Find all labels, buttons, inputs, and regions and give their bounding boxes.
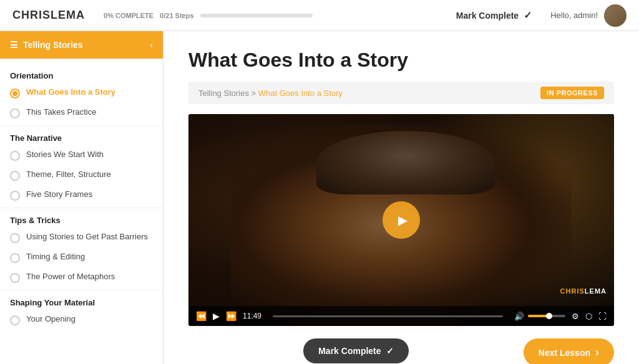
- checkmark-icon: ✓: [524, 9, 532, 21]
- lesson-item[interactable]: Timing & Editing: [0, 247, 163, 267]
- logo-lema: LEMA: [51, 9, 85, 21]
- volume-bar[interactable]: [528, 315, 565, 317]
- sidebar-header: ☰ Telling Stories ‹: [0, 31, 163, 59]
- settings-icon[interactable]: ⚙: [572, 312, 579, 321]
- logo-chris: CHRIS: [12, 9, 51, 21]
- lesson-status-icon: [10, 253, 20, 263]
- rewind-icon[interactable]: ⏪: [196, 311, 207, 321]
- lesson-item[interactable]: This Takes Practice: [0, 103, 163, 123]
- hello-text: Hello, admin!: [550, 11, 598, 20]
- lesson-status-icon: [10, 171, 20, 181]
- sidebar: ☰ Telling Stories ‹ Orientation What Goe…: [0, 31, 163, 364]
- lesson-status-icon: [10, 315, 20, 325]
- section-shaping: Shaping Your Material: [0, 293, 163, 310]
- mark-complete-check-icon: ✓: [386, 346, 394, 356]
- lesson-title: The Power of Metaphors: [26, 272, 115, 282]
- divider: [0, 125, 163, 126]
- sidebar-title: Telling Stories: [23, 40, 82, 50]
- breadcrumb: Telling Stories > What Goes Into a Story: [198, 89, 343, 98]
- lesson-item[interactable]: Stories We Start With: [0, 145, 163, 165]
- breadcrumb-current: What Goes Into a Story: [258, 89, 343, 98]
- status-badge: IN PROGRESS: [540, 87, 604, 99]
- lesson-title: Timing & Editing: [26, 252, 85, 262]
- mark-complete-top-label: Mark Complete: [456, 11, 519, 21]
- mark-complete-label: Mark Complete: [318, 346, 381, 356]
- play-button[interactable]: [383, 201, 420, 239]
- video-controls: ⏪ ▶ ⏩ 11:49 🔊 ⚙ ⬡ ⛶: [188, 306, 614, 326]
- volume-section: 🔊: [514, 312, 565, 321]
- avatar-image: [604, 4, 627, 27]
- lesson-title: Using Stories to Get Past Barriers: [26, 232, 148, 242]
- section-tips: Tips & Tricks: [0, 211, 163, 228]
- next-lesson-button[interactable]: Next Lesson: [524, 338, 614, 364]
- main-layout: ☰ Telling Stories ‹ Orientation What Goe…: [0, 31, 639, 364]
- volume-knob: [546, 313, 552, 319]
- fullscreen-icon[interactable]: ⛶: [598, 312, 607, 321]
- play-icon[interactable]: ▶: [213, 311, 220, 321]
- lesson-status-icon: [10, 151, 20, 161]
- content-area: What Goes Into a Story Telling Stories >…: [163, 31, 639, 364]
- external-icon[interactable]: ⬡: [585, 312, 592, 321]
- bottom-actions: Mark Complete ✓ Back to Course Next Less…: [188, 338, 614, 364]
- sidebar-toggle-chevron[interactable]: ‹: [150, 40, 153, 50]
- lesson-title: Theme, Filter, Structure: [26, 170, 111, 180]
- lesson-status-icon: [10, 233, 20, 243]
- lesson-status-icon: [10, 273, 20, 283]
- section-narrative: The Narrative: [0, 128, 163, 145]
- mark-complete-button[interactable]: Mark Complete ✓: [303, 338, 408, 363]
- lesson-title: Stories We Start With: [26, 150, 104, 160]
- lesson-item[interactable]: Your Opening: [0, 310, 163, 330]
- video-hat: [316, 131, 495, 194]
- page-title: What Goes Into a Story: [188, 49, 614, 72]
- video-player[interactable]: CHRISLEMA ⏪ ▶ ⏩ 11:49 🔊 ⚙ ⬡: [188, 114, 614, 326]
- lesson-status-icon: [10, 191, 20, 201]
- brand-lema: LEMA: [585, 287, 607, 295]
- breadcrumb-separator: >: [251, 89, 258, 98]
- mark-complete-top-btn[interactable]: Mark Complete ✓: [456, 9, 532, 21]
- volume-icon[interactable]: 🔊: [514, 312, 524, 321]
- lesson-item[interactable]: Five Story Frames: [0, 185, 163, 205]
- lesson-status-icon: [10, 89, 20, 98]
- progress-section: 0% COMPLETE 0/21 Steps: [104, 12, 456, 19]
- lesson-title: Five Story Frames: [26, 189, 92, 200]
- lesson-item[interactable]: Using Stories to Get Past Barriers: [0, 228, 163, 247]
- lesson-item[interactable]: What Goes Into a Story: [0, 83, 163, 103]
- avatar: [604, 4, 627, 27]
- lesson-title: What Goes Into a Story: [26, 87, 115, 98]
- video-brand: CHRISLEMA: [560, 287, 607, 295]
- breadcrumb-bar: Telling Stories > What Goes Into a Story…: [188, 82, 614, 104]
- progress-track[interactable]: [273, 315, 503, 317]
- brand-chris: CHRIS: [560, 287, 585, 295]
- lesson-item[interactable]: The Power of Metaphors: [0, 267, 163, 287]
- forward-icon[interactable]: ⏩: [226, 311, 237, 321]
- hello-section: Hello, admin!: [550, 4, 627, 27]
- lesson-status-icon: [10, 108, 20, 118]
- divider: [0, 290, 163, 290]
- logo: CHRISLEMA: [12, 9, 85, 22]
- lesson-title: This Takes Practice: [26, 107, 96, 118]
- breadcrumb-parent[interactable]: Telling Stories: [198, 89, 249, 98]
- progress-steps: 0/21 Steps: [160, 12, 193, 19]
- top-bar: CHRISLEMA 0% COMPLETE 0/21 Steps Mark Co…: [0, 0, 639, 31]
- lesson-title: Your Opening: [26, 314, 76, 325]
- divider: [0, 208, 163, 208]
- progress-label: 0% COMPLETE: [104, 12, 154, 19]
- section-orientation: Orientation: [0, 66, 163, 83]
- next-lesson-label: Next Lesson: [539, 348, 590, 358]
- sidebar-content: Orientation What Goes Into a Story This …: [0, 59, 163, 364]
- list-icon: ☰: [10, 40, 18, 50]
- lesson-item[interactable]: Theme, Filter, Structure: [0, 165, 163, 185]
- sidebar-header-title: ☰ Telling Stories: [10, 40, 82, 50]
- time-display: 11:49: [243, 312, 261, 320]
- mark-complete-section: Mark Complete ✓ Back to Course: [303, 338, 408, 364]
- progress-bar: [200, 14, 313, 17]
